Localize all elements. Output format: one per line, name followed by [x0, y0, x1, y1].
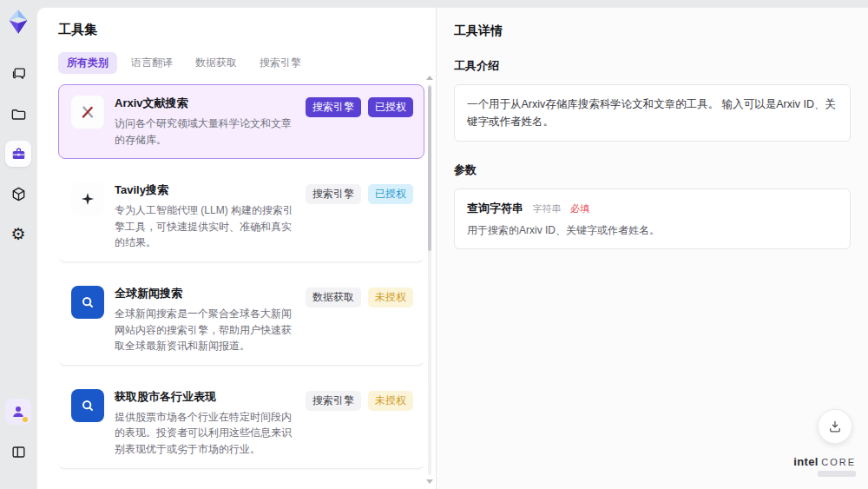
param-type: 字符串: [532, 203, 561, 214]
detail-title: 工具详情: [454, 23, 851, 39]
chat-icon[interactable]: [5, 61, 31, 87]
intro-text: 一个用于从Arxiv存储库搜索科学论文和文章的工具。 输入可以是Arxiv ID…: [467, 96, 838, 130]
category-badge: 搜索引擎: [306, 97, 361, 117]
category-tabs: 所有类别 语言翻译 数据获取 搜索引擎: [58, 52, 427, 74]
tool-card-most-active-stocks[interactable]: 获取市场最活跃股票信息 提供当天交易量最高的股票列表，投资者可以利用这些信息来识…: [58, 481, 424, 489]
status-badge: 已授权: [368, 97, 413, 117]
scroll-down-arrow-icon[interactable]: [426, 479, 433, 484]
intro-heading: 工具介绍: [454, 58, 851, 74]
folder-icon[interactable]: [5, 101, 31, 127]
tool-list-pane: 工具集 所有类别 语言翻译 数据获取 搜索引擎 A: [37, 8, 437, 489]
tool-description: 提供股票市场各个行业在特定时间段内的表现。投资者可以利用这些信息来识别表现优于或…: [115, 409, 295, 458]
status-badge: 未授权: [368, 287, 413, 307]
news-search-app-icon: [71, 286, 104, 319]
list-scrollbar[interactable]: [426, 76, 433, 484]
toolbox-icon-active[interactable]: [5, 141, 31, 167]
tool-name: Arxiv文献搜索: [115, 96, 295, 111]
param-name: 查询字符串: [467, 202, 523, 215]
param-description: 用于搜索的Arxiv ID、关键字或作者姓名。: [467, 223, 838, 238]
scroll-up-arrow-icon[interactable]: [426, 76, 433, 80]
params-heading: 参数: [454, 162, 851, 178]
sidebar-toggle-icon[interactable]: [5, 439, 31, 465]
tool-card-list: Arxiv文献搜索 访问各个研究领域大量科学论文和文章的存储库。 搜索引擎 已授…: [58, 84, 424, 489]
left-rail: ⚙: [0, 0, 36, 489]
tab-search-engine[interactable]: 搜索引擎: [251, 52, 310, 74]
user-avatar-icon[interactable]: [5, 399, 31, 425]
brand-intel: intel: [793, 455, 818, 468]
user-status-dot: [23, 417, 28, 422]
settings-gear-icon[interactable]: ⚙: [5, 221, 31, 247]
tool-card-tavily[interactable]: Tavily搜索 专为人工智能代理 (LLM) 构建的搜索引擎工具，可快速提供实…: [58, 171, 424, 262]
param-box: 查询字符串 字符串 必填 用于搜索的Arxiv ID、关键字或作者姓名。: [454, 188, 851, 249]
tab-all-categories[interactable]: 所有类别: [58, 52, 117, 74]
tool-card-sector-performance[interactable]: 获取股市各行业表现 提供股票市场各个行业在特定时间段内的表现。投资者可以利用这些…: [58, 378, 424, 469]
tool-name: 全球新闻搜索: [115, 286, 295, 301]
arxiv-logo-icon: [71, 96, 104, 129]
brand-core: CORE: [821, 457, 856, 467]
category-badge: 数据获取: [306, 287, 361, 307]
tool-description: 访问各个研究领域大量科学论文和文章的存储库。: [115, 116, 295, 148]
tab-data-fetch[interactable]: 数据获取: [187, 52, 246, 74]
cube-icon[interactable]: [5, 181, 31, 207]
tool-card-global-news[interactable]: 全球新闻搜索 全球新闻搜索是一个聚合全球各大新闻网站内容的搜索引擎，帮助用户快速…: [58, 274, 424, 366]
app-window: ⚙ 工具集 所有类别 语言翻译 数据获取 搜索引擎: [0, 0, 868, 489]
category-badge: 搜索引擎: [306, 391, 361, 411]
main-panel: 工具集 所有类别 语言翻译 数据获取 搜索引擎 A: [36, 7, 868, 489]
status-badge: 未授权: [368, 391, 413, 411]
page-title: 工具集: [58, 22, 427, 38]
brand-badge: [818, 471, 856, 477]
intro-box: 一个用于从Arxiv存储库搜索科学论文和文章的工具。 输入可以是Arxiv ID…: [454, 84, 851, 142]
tool-description: 全球新闻搜索是一个聚合全球各大新闻网站内容的搜索引擎，帮助用户快速获取全球最新资…: [115, 306, 295, 354]
stock-search-app-icon: [71, 389, 104, 422]
tool-detail-pane: 工具详情 工具介绍 一个用于从Arxiv存储库搜索科学论文和文章的工具。 输入可…: [437, 8, 868, 489]
download-button[interactable]: [818, 409, 852, 444]
tool-name: 获取股市各行业表现: [115, 389, 295, 405]
app-logo-icon: [5, 9, 31, 35]
tool-name: Tavily搜索: [115, 182, 295, 198]
tool-card-arxiv[interactable]: Arxiv文献搜索 访问各个研究领域大量科学论文和文章的存储库。 搜索引擎 已授…: [58, 84, 424, 159]
tool-description: 专为人工智能代理 (LLM) 构建的搜索引擎工具，可快速提供实时、准确和真实的结…: [115, 202, 295, 251]
tab-language-translation[interactable]: 语言翻译: [122, 52, 181, 74]
category-badge: 搜索引擎: [306, 184, 361, 204]
param-required-flag: 必填: [570, 203, 589, 214]
intel-core-logo: intel CORE: [793, 455, 856, 477]
tavily-sparkle-icon: [71, 182, 104, 215]
status-badge: 已授权: [368, 184, 413, 204]
scrollbar-thumb[interactable]: [428, 86, 431, 251]
